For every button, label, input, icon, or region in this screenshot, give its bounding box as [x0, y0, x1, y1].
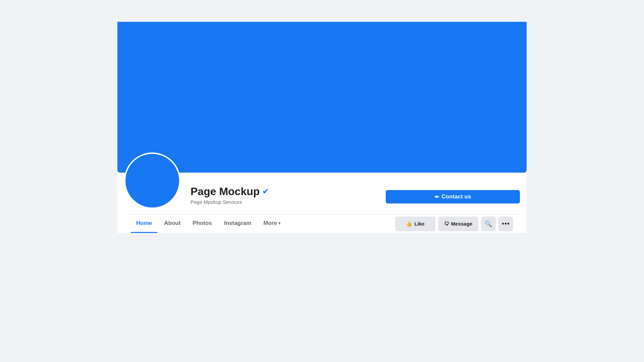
- nav-tab-about[interactable]: About: [159, 215, 186, 233]
- contact-us-button[interactable]: ✏ Contact us: [386, 190, 520, 203]
- profile-name: Page Mockup: [191, 185, 260, 198]
- cover-photo: [117, 22, 527, 173]
- nav-tab-home[interactable]: Home: [131, 215, 157, 233]
- nav-tab-more[interactable]: More ▾: [258, 215, 286, 233]
- verified-badge-icon: ✔: [262, 187, 269, 196]
- like-label: Like: [414, 221, 424, 227]
- profile-name-row: Page Mockup ✔: [191, 185, 379, 198]
- avatar-wrapper: [124, 153, 180, 209]
- profile-subtitle: Page Mpckup Services: [191, 199, 379, 205]
- like-button[interactable]: 👍 Like: [395, 217, 435, 231]
- profile-details: Page Mockup ✔ Page Mpckup Services: [187, 185, 379, 209]
- page-wrapper: Page Mockup ✔ Page Mpckup Services ✏ Con…: [0, 0, 644, 362]
- nav-actions: 👍 Like 🗨 Message 🔍 •••: [395, 217, 513, 231]
- message-button[interactable]: 🗨 Message: [438, 217, 478, 231]
- chevron-down-icon: ▾: [278, 221, 280, 226]
- like-icon: 👍: [406, 221, 412, 227]
- pencil-icon: ✏: [435, 194, 439, 200]
- search-button[interactable]: 🔍: [481, 217, 496, 231]
- nav-bar: Home About Photos Instagram More ▾ 👍 Lik…: [124, 215, 520, 233]
- messenger-icon: 🗨: [444, 221, 449, 227]
- more-options-button[interactable]: •••: [498, 217, 513, 231]
- cover-photo-container: [117, 0, 527, 173]
- message-label: Message: [451, 221, 472, 227]
- nav-tab-instagram[interactable]: Instagram: [219, 215, 257, 233]
- profile-section: Page Mockup ✔ Page Mpckup Services ✏ Con…: [117, 173, 527, 233]
- nav-tabs: Home About Photos Instagram More ▾: [131, 215, 286, 233]
- avatar: [124, 153, 180, 209]
- nav-tab-photos[interactable]: Photos: [187, 215, 217, 233]
- more-label: More: [263, 220, 277, 227]
- ellipsis-icon: •••: [502, 220, 510, 228]
- search-icon: 🔍: [485, 220, 492, 228]
- profile-actions: ✏ Contact us: [386, 190, 520, 209]
- contact-us-label: Contact us: [442, 193, 471, 200]
- profile-info-row: Page Mockup ✔ Page Mpckup Services ✏ Con…: [124, 173, 520, 214]
